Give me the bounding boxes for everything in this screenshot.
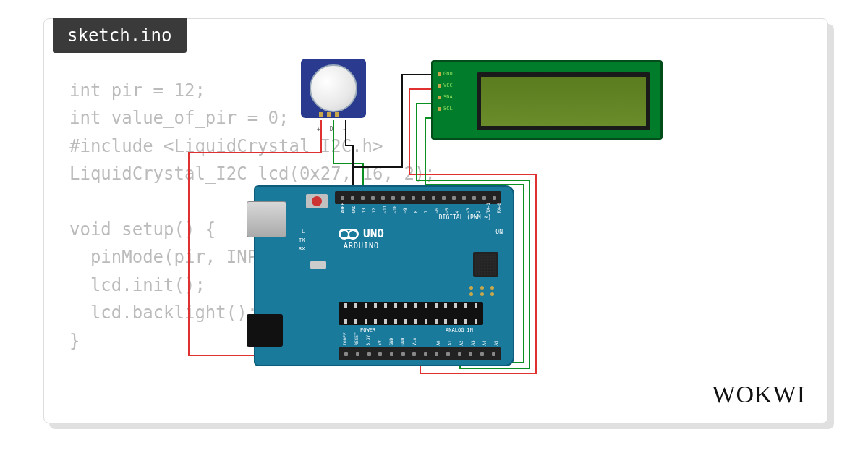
wokwi-logo: WOKWI bbox=[712, 381, 806, 408]
bottom-pin-labels: IOREFRESET3.3V5VGNDGNDVinA0A1A2A3A4A5 bbox=[339, 339, 501, 345]
pir-board bbox=[301, 59, 366, 118]
led-on-label: ON bbox=[495, 229, 503, 235]
digital-pin-labels: AREFGND1312~11~10~987~6~54~32TX→1RX←0 bbox=[337, 207, 503, 212]
infinity-icon bbox=[339, 229, 359, 239]
usb-port bbox=[247, 201, 286, 237]
lcd-pin-sda: SDA bbox=[438, 94, 453, 100]
led-rx-label: RX bbox=[299, 246, 305, 252]
pir-pins bbox=[319, 112, 339, 117]
lcd-pin-scl: SCL bbox=[438, 106, 453, 111]
lcd-pin-vcc: VCC bbox=[438, 83, 453, 88]
barrel-jack bbox=[247, 314, 283, 347]
uno-text: UNO bbox=[363, 227, 384, 240]
power-section-label: POWER bbox=[360, 327, 375, 333]
atmega328p-chip bbox=[339, 302, 483, 325]
arduino-brand: ARDUINO bbox=[344, 242, 379, 250]
lcd-i2c-pins: GND VCC SDA SCL bbox=[438, 71, 453, 111]
arduino-logo: UNO bbox=[339, 227, 384, 240]
digital-pin-header[interactable] bbox=[335, 191, 501, 204]
crystal-oscillator bbox=[310, 261, 326, 269]
power-analog-pin-header[interactable] bbox=[339, 347, 501, 360]
preview-card: sketch.ino int pir = 12; int value_of_pi… bbox=[43, 18, 828, 423]
icsp-header bbox=[469, 286, 498, 296]
digital-section-label: DIGITAL (PWM ~) bbox=[439, 214, 491, 221]
pir-dome bbox=[310, 64, 357, 112]
reset-button[interactable] bbox=[306, 194, 328, 208]
arduino-uno[interactable]: AREFGND1312~11~10~987~6~54~32TX→1RX←0 DI… bbox=[254, 185, 514, 366]
atmega16u2-chip bbox=[473, 252, 498, 277]
pir-pin-labels: + D - bbox=[317, 126, 349, 132]
analog-section-label: ANALOG IN bbox=[446, 327, 473, 333]
led-l-label: L bbox=[302, 229, 305, 235]
led-tx-label: TX bbox=[299, 237, 305, 243]
lcd-screen bbox=[477, 72, 650, 130]
lcd-1602-i2c[interactable]: GND VCC SDA SCL bbox=[431, 60, 663, 140]
pir-sensor[interactable]: + D - bbox=[301, 59, 366, 124]
circuit-diagram: + D - GND VCC SDA SCL AREFGND1312~11~10~… bbox=[185, 59, 692, 377]
filename-tab[interactable]: sketch.ino bbox=[53, 18, 187, 53]
lcd-pin-gnd: GND bbox=[438, 71, 453, 77]
